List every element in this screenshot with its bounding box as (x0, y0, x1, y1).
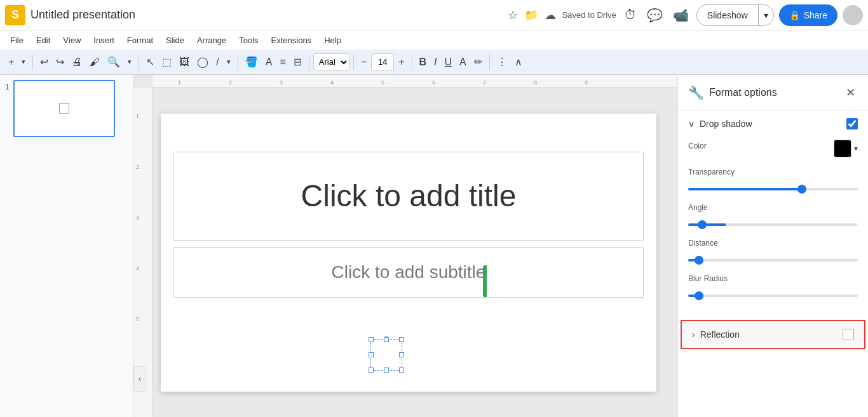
color-swatch-wrap[interactable]: ▾ (834, 140, 858, 157)
font-size-minus[interactable]: − (358, 54, 370, 70)
blur-slider[interactable] (688, 295, 858, 297)
line-button[interactable]: / (213, 54, 222, 70)
undo-button[interactable]: ↩ (37, 53, 51, 70)
bold-button[interactable]: B (416, 54, 430, 70)
select-button[interactable]: ⬚ (159, 53, 175, 70)
drop-shadow-checkbox[interactable] (846, 118, 858, 129)
slide-number: 1 (5, 80, 10, 91)
border-color-button[interactable]: A (262, 54, 276, 70)
star-icon[interactable]: ☆ (508, 8, 518, 22)
user-avatar[interactable] (843, 5, 863, 25)
folder-icon[interactable]: 📁 (524, 8, 538, 22)
reflection-chevron[interactable]: › (692, 329, 695, 340)
blur-label: Blur Radius (688, 274, 858, 283)
layout-button[interactable]: ⊟ (290, 53, 305, 70)
title-text: Click to add title (301, 178, 517, 213)
cursor-button[interactable]: ↖ (143, 53, 158, 70)
ruler-left-tick-5: 5 (136, 316, 139, 322)
font-size-input[interactable]: 14 (371, 53, 394, 71)
handle-ml[interactable] (369, 352, 374, 357)
angle-slider[interactable] (688, 223, 858, 226)
font-size-plus[interactable]: + (395, 54, 407, 70)
zoom-button[interactable]: 🔍 (104, 53, 123, 70)
menu-slide[interactable]: Slide (161, 34, 189, 46)
camera-button[interactable]: 📹 (670, 5, 691, 25)
slideshow-dropdown-arrow[interactable]: ▾ (759, 5, 773, 25)
ruler-tick-8: 8 (534, 79, 537, 86)
highlight-button[interactable]: ✏ (471, 53, 485, 70)
transparency-label: Transparency (688, 168, 858, 176)
cloud-icon[interactable]: ☁ (545, 8, 556, 22)
menu-tools[interactable]: Tools (234, 34, 263, 46)
menu-view[interactable]: View (58, 34, 86, 46)
title-icons: ☆ 📁 ☁ Saved to Drive (508, 8, 616, 22)
drop-shadow-section: ∨ Drop shadow Color ▾ Transparency Angle (678, 110, 868, 317)
close-format-panel-button[interactable]: ✕ (843, 83, 858, 102)
underline-button[interactable]: U (442, 54, 456, 70)
menu-extensions[interactable]: Extensions (266, 34, 317, 46)
handle-tl[interactable] (369, 337, 374, 342)
menu-format[interactable]: Format (122, 34, 158, 46)
separator-4 (309, 55, 309, 70)
handle-bl[interactable] (369, 367, 374, 373)
menu-bar: File Edit View Insert Format Slide Arran… (0, 30, 868, 50)
handle-tm[interactable] (384, 337, 389, 342)
transparency-row: Transparency (688, 168, 858, 193)
color-dropdown-arrow[interactable]: ▾ (854, 144, 858, 153)
reflection-section[interactable]: › Reflection (681, 320, 865, 349)
print-button[interactable]: 🖨 (69, 54, 85, 70)
shape-button[interactable]: ◯ (194, 53, 212, 70)
line-dropdown[interactable]: ▾ (224, 55, 234, 69)
menu-file[interactable]: File (5, 34, 29, 46)
app-icon: S (5, 5, 25, 25)
format-panel: 🔧 Format options ✕ ∨ Drop shadow Color ▾ (677, 75, 868, 417)
slide-thumbnail[interactable] (13, 80, 115, 137)
add-dropdown[interactable]: ▾ (18, 55, 29, 69)
sidebar-toggle[interactable]: ‹ (133, 366, 146, 392)
drop-shadow-header: ∨ Drop shadow (688, 118, 858, 129)
slideshow-button[interactable]: Slideshow ▾ (696, 4, 774, 26)
font-selector[interactable]: Arial (313, 53, 349, 71)
zoom-dropdown[interactable]: ▾ (125, 55, 135, 69)
history-button[interactable]: ⏱ (621, 5, 639, 25)
slideshow-label[interactable]: Slideshow (697, 5, 759, 25)
ruler-tick-3: 3 (280, 79, 283, 86)
canvas-area[interactable]: 1 2 3 4 5 6 7 8 9 1 2 3 4 5 Click to add… (133, 75, 677, 417)
italic-button[interactable]: I (431, 54, 440, 70)
align-button[interactable]: ≡ (276, 54, 288, 70)
share-button[interactable]: 🔒 Share (779, 4, 837, 26)
reflection-checkbox[interactable] (843, 329, 854, 340)
menu-edit[interactable]: Edit (31, 34, 55, 46)
slide-canvas[interactable]: Click to add title Click to add subtitle (161, 114, 656, 392)
ruler-tick-9: 9 (585, 79, 588, 86)
redo-button[interactable]: ↪ (53, 53, 67, 70)
font-color-button[interactable]: A (456, 54, 470, 70)
more-options[interactable]: ⋮ (494, 53, 510, 70)
image-button[interactable]: 🖼 (176, 54, 193, 70)
distance-slider[interactable] (688, 259, 858, 261)
selected-element[interactable] (370, 339, 402, 371)
handle-bm[interactable] (384, 367, 389, 373)
fill-color-button[interactable]: 🪣 (242, 53, 261, 70)
slide-thumb-placeholder (59, 103, 69, 114)
handle-tr[interactable] (399, 337, 404, 342)
paint-format-button[interactable]: 🖌 (86, 54, 103, 70)
ruler-left-tick-4: 4 (136, 265, 139, 272)
chat-button[interactable]: 💬 (644, 5, 665, 25)
menu-arrange[interactable]: Arrange (192, 34, 231, 46)
menu-insert[interactable]: Insert (88, 34, 119, 46)
handle-br[interactable] (399, 367, 404, 373)
color-swatch[interactable] (834, 140, 851, 157)
menu-help[interactable]: Help (319, 34, 346, 46)
collapse-toolbar[interactable]: ∧ (512, 53, 526, 70)
document-title[interactable]: Untitled presentation (31, 8, 503, 22)
handle-mr[interactable] (399, 352, 404, 357)
transparency-slider[interactable] (688, 188, 858, 190)
subtitle-placeholder[interactable]: Click to add subtitle (173, 247, 644, 298)
ruler-tick-1: 1 (178, 79, 181, 86)
drop-shadow-chevron[interactable]: ∨ (688, 119, 695, 129)
title-placeholder[interactable]: Click to add title (173, 152, 644, 241)
format-panel-header: 🔧 Format options ✕ (678, 75, 868, 110)
add-button[interactable]: + (5, 54, 17, 70)
blur-row: Blur Radius (688, 274, 858, 300)
